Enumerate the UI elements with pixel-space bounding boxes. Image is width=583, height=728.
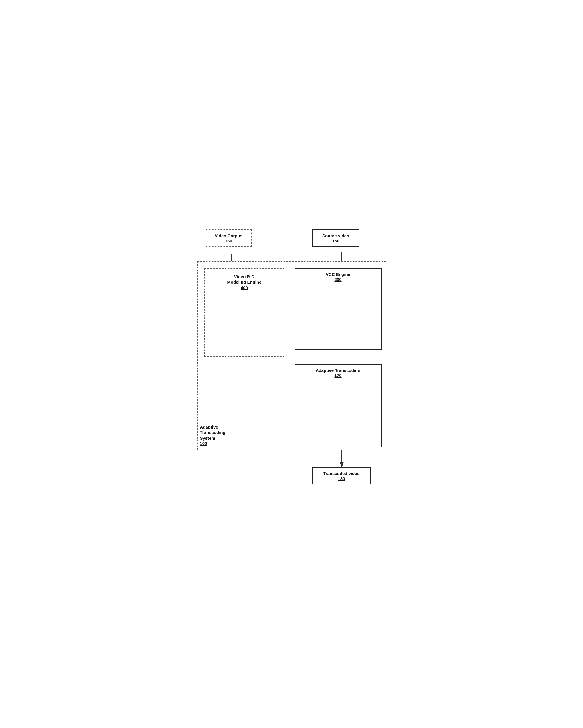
diagram-container: Source video 150 Video Corpus 160 Adapti… — [180, 215, 403, 513]
source-video-label: Source video — [317, 233, 355, 239]
video-rd-label: Video R-DModeling Engine — [209, 274, 280, 285]
adaptive-transcoders-box: Adaptive Transcoders 170 — [295, 364, 382, 447]
video-corpus-number: 160 — [211, 238, 247, 243]
video-corpus-label: Video Corpus — [211, 233, 247, 239]
vcc-engine-box: VCC Engine 200 — [295, 268, 382, 350]
source-video-number: 150 — [317, 238, 355, 243]
transcoded-video-box: Transcoded video 180 — [312, 467, 371, 485]
source-video-box: Source video 150 — [312, 230, 359, 247]
adaptive-transcoding-system-label: AdaptiveTranscodingSystem 102 — [200, 424, 225, 446]
transcoded-video-label: Transcoded video — [317, 471, 366, 476]
vcc-engine-label: VCC Engine — [299, 271, 377, 277]
adaptive-transcoders-number: 170 — [299, 373, 377, 378]
video-rd-modeling-box: Video R-DModeling Engine 400 — [204, 268, 284, 357]
transcoded-video-number: 180 — [317, 476, 366, 481]
diagram-area: Source video 150 Video Corpus 160 Adapti… — [189, 224, 395, 504]
vcc-engine-number: 200 — [299, 277, 377, 282]
video-corpus-box: Video Corpus 160 — [206, 230, 252, 247]
adaptive-transcoders-label: Adaptive Transcoders — [299, 368, 377, 373]
video-rd-number: 400 — [209, 285, 280, 290]
